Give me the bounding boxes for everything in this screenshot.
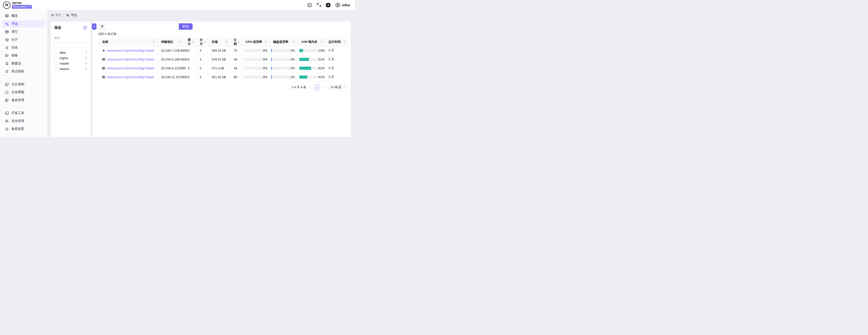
- role-option-ingest[interactable]: ingest4: [54, 55, 87, 60]
- sort-asc-icon: [320, 40, 322, 42]
- logo-link[interactable]: N INFINI Easysearch ///: [0, 0, 48, 10]
- sort-asc-icon: [192, 40, 193, 42]
- column-header-address[interactable]: 传输地址: [157, 38, 184, 46]
- column-header-cpu[interactable]: CPU 使用率: [242, 38, 270, 46]
- cell-disk: 2%: [270, 73, 298, 82]
- cell-docs: 75: [230, 46, 242, 55]
- sidebar-item-shard[interactable]: 分片: [2, 36, 45, 43]
- column-header-docs[interactable]: 文档: [230, 38, 242, 46]
- usage-bar: [271, 58, 290, 61]
- cell-name: easysearch-6yhwn91v80gf-data0-2: [98, 73, 157, 82]
- column-header-name[interactable]: 名称: [98, 38, 157, 46]
- role-filter-input[interactable]: [54, 42, 87, 48]
- sidebar-item-index[interactable]: 索引: [2, 28, 45, 35]
- theme-icon[interactable]: A: [326, 3, 331, 7]
- sort-asc-icon: [293, 40, 295, 42]
- usage-bar: [271, 67, 290, 70]
- column-header-shards[interactable]: 分片: [196, 38, 208, 46]
- sidebar-item-devtools[interactable]: 开发工具: [2, 110, 45, 117]
- cell-docs: 49: [230, 55, 242, 64]
- sidebar-item-lifecycle[interactable]: 生命周期: [2, 89, 45, 96]
- sort-asc-icon: [343, 40, 345, 42]
- usage-percent: 0%: [263, 58, 267, 61]
- usage-percent: 19%: [318, 49, 324, 52]
- column-header-jvm[interactable]: JVM 堆内存: [298, 38, 325, 46]
- cell-name: easysearch-6yhwn91v80gf-data0-3: [98, 55, 157, 64]
- checkbox-data[interactable]: [54, 51, 58, 54]
- sidebar-item-label: 主从复制: [11, 82, 24, 86]
- server-icon: [102, 76, 105, 79]
- sidebar-item-node[interactable]: 节点: [2, 20, 45, 27]
- sidebar-item-settings[interactable]: 集群设置: [2, 125, 45, 133]
- role-option-search[interactable]: search4: [54, 66, 87, 72]
- sidebar-item-overview[interactable]: 概览: [2, 12, 45, 20]
- sidebar-item-datastream[interactable]: 数据流: [2, 60, 45, 67]
- filter-funnel-icon[interactable]: [99, 24, 105, 29]
- role-option-label: search: [60, 67, 69, 71]
- search-input[interactable]: [105, 24, 179, 29]
- sort-icon[interactable]: [204, 40, 206, 43]
- node-name-link[interactable]: easysearch-6yhwn91v80gf-data0-3: [107, 58, 155, 61]
- table-row: ★easysearch-6yhwn91v80gf-data0-010.244.7…: [98, 46, 347, 55]
- user-menu[interactable]: infini: [335, 2, 350, 7]
- lifecycle-icon: [5, 90, 9, 94]
- column-header-indices[interactable]: 索引: [184, 38, 196, 46]
- sort-desc-icon: [293, 42, 295, 43]
- sidebar-item-hotthreads[interactable]: 热点线程: [2, 68, 45, 75]
- checkbox-master[interactable]: [54, 62, 58, 65]
- sort-desc-icon: [204, 42, 206, 43]
- cell-jvm: 51%: [298, 55, 325, 64]
- column-header-uptime[interactable]: 运行时间: [325, 38, 347, 46]
- sort-icon[interactable]: [153, 40, 155, 43]
- filter-section-label: 角色: [54, 36, 87, 40]
- checkbox-ingest[interactable]: [54, 56, 58, 60]
- sidebar-item-security[interactable]: 安全管理: [2, 117, 45, 125]
- sidebar-item-label: 集群设置: [11, 127, 24, 131]
- sort-icon[interactable]: [343, 40, 345, 43]
- role-option-master[interactable]: master4: [54, 61, 87, 66]
- sidebar-item-replication[interactable]: 主从复制: [2, 81, 45, 88]
- sort-icon[interactable]: [192, 40, 193, 43]
- table-row: easysearch-6yhwn91v80gf-data0-310.244.5.…: [98, 55, 347, 64]
- filter-refresh-icon[interactable]: [83, 26, 87, 30]
- refresh-button[interactable]: 刷新: [179, 23, 193, 30]
- avatar-icon: [335, 2, 340, 7]
- role-option-data[interactable]: data4: [54, 50, 87, 55]
- role-option-label: master: [60, 62, 69, 65]
- nodes-panel: 刷新 找到 4 条记录 名称传输地址索引分片存储文档CPU 使用率磁盘使用率JV…: [92, 22, 351, 137]
- sort-icon[interactable]: [238, 40, 240, 43]
- console-icon[interactable]: [307, 3, 312, 7]
- node-name-link[interactable]: easysearch-6yhwn91v80gf-data0-1: [107, 66, 155, 70]
- sort-icon[interactable]: [293, 40, 295, 43]
- breadcrumb-overview[interactable]: 概览: [51, 13, 62, 17]
- sort-desc-icon: [180, 42, 182, 43]
- usage-bar: [244, 67, 263, 70]
- node-name-link[interactable]: easysearch-6yhwn91v80gf-data0-2: [107, 75, 155, 79]
- cell-cpu: 0%: [242, 64, 270, 73]
- column-label: 文档: [234, 38, 237, 46]
- sidebar-item-template[interactable]: 模板: [2, 52, 45, 59]
- cell-storage: 549.31 kB: [208, 46, 230, 55]
- shard-icon: [5, 38, 9, 42]
- sort-icon[interactable]: [265, 40, 267, 43]
- sort-icon[interactable]: [226, 40, 227, 43]
- translate-icon[interactable]: 文A: [316, 3, 321, 7]
- sort-icon[interactable]: [180, 40, 182, 43]
- node-name-link[interactable]: easysearch-6yhwn91v80gf-data0-0: [107, 49, 155, 52]
- sort-icon[interactable]: [320, 40, 322, 43]
- sidebar-item-backup[interactable]: 备份管理: [2, 96, 45, 104]
- sidebar-item-alias[interactable]: 别名: [2, 44, 45, 51]
- column-header-disk[interactable]: 磁盘使用率: [270, 38, 298, 46]
- cell-shards: 5: [196, 73, 208, 82]
- prev-page-icon[interactable]: [308, 85, 312, 89]
- cell-shards: 5: [196, 46, 208, 55]
- usage-percent: 0%: [263, 66, 267, 70]
- breadcrumb: 概览 / 节点: [51, 13, 77, 17]
- cell-cpu: 0%: [242, 73, 270, 82]
- filter-collapse-handle[interactable]: [92, 23, 96, 30]
- checkbox-search[interactable]: [54, 67, 58, 71]
- column-header-storage[interactable]: 存储: [208, 38, 230, 46]
- next-page-icon[interactable]: [322, 85, 326, 89]
- page-size-select[interactable]: 10 条/页: [328, 84, 347, 90]
- page-1-button[interactable]: 1: [314, 85, 320, 90]
